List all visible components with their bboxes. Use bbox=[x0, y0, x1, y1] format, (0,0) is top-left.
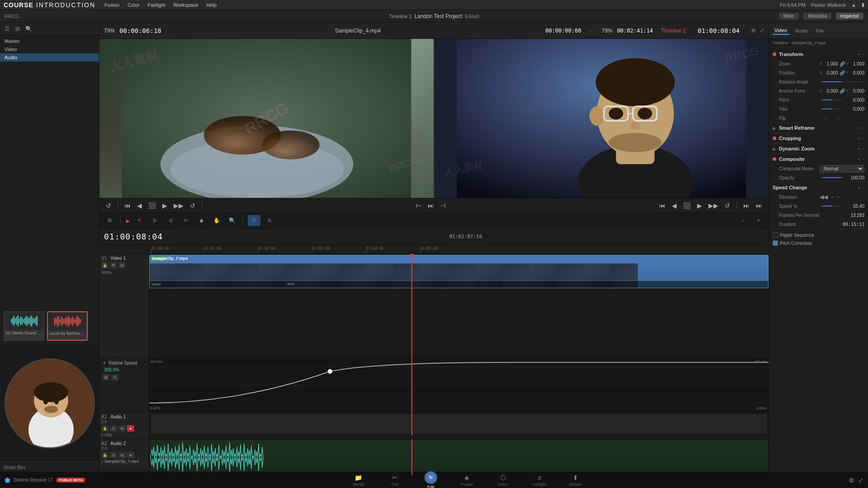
zoom-y-val[interactable]: 1.000 bbox=[853, 61, 864, 66]
mark-in[interactable]: ⊢ bbox=[414, 201, 423, 210]
prg-skip-back[interactable]: ⏮ bbox=[657, 201, 667, 210]
anc-y-val[interactable]: 0.000 bbox=[853, 89, 864, 94]
v1-track-body[interactable]: Change SampleClip_7.mp4 bbox=[149, 254, 769, 357]
timeline-settings-btn[interactable]: ⚙ bbox=[103, 215, 116, 226]
pitch-val[interactable]: 0.000 bbox=[844, 98, 865, 103]
a2-solo[interactable]: S bbox=[110, 452, 117, 458]
video-clip-main[interactable]: Change SampleClip_7.mp4 bbox=[149, 255, 769, 288]
nav-fusion[interactable]: ◈ Fusion bbox=[453, 474, 481, 487]
dz-header[interactable]: ▶ Dynamic Zoom + − bbox=[769, 144, 868, 154]
audio-tab[interactable]: Audio bbox=[793, 27, 810, 34]
nav-deliver[interactable]: ⬆ Deliver bbox=[562, 474, 589, 487]
expand-btn[interactable]: ⊞ bbox=[751, 28, 755, 33]
file-tab[interactable]: File bbox=[814, 27, 826, 34]
opacity-val[interactable]: 100.00 bbox=[844, 175, 865, 180]
zoom-tool[interactable]: 🔍 bbox=[226, 215, 238, 226]
opacity-slider[interactable] bbox=[821, 177, 842, 178]
transform-header[interactable]: Transform + − bbox=[769, 49, 868, 59]
pitch-checkbox[interactable] bbox=[773, 240, 778, 246]
video-track-toggle[interactable]: V bbox=[248, 215, 260, 226]
video-bin[interactable]: Video bbox=[0, 45, 99, 53]
search-icon[interactable]: 🔍 bbox=[24, 25, 33, 33]
prg-fwd-frame[interactable]: ▶▶ bbox=[707, 201, 720, 210]
flip-v-btn[interactable]: ↕ bbox=[832, 113, 845, 123]
flip-h-btn[interactable]: ↔ bbox=[820, 113, 832, 123]
metadata-btn[interactable]: Metadata bbox=[803, 13, 831, 19]
cropping-header[interactable]: Cropping + − bbox=[769, 133, 868, 143]
prg-loop[interactable]: ↺ bbox=[723, 201, 732, 210]
menu-fusion[interactable]: Fusion bbox=[104, 2, 119, 8]
yaw-val[interactable]: 0.000 bbox=[844, 107, 865, 112]
video-tab[interactable]: Video bbox=[773, 27, 789, 35]
a2-body[interactable] bbox=[149, 439, 769, 475]
media-clip-1[interactable]: 2D SloMo Sound E... bbox=[4, 311, 44, 341]
zoom-out-btn[interactable]: − bbox=[737, 215, 750, 226]
rotation-slider[interactable] bbox=[821, 81, 863, 82]
fps-val[interactable]: 13.283 bbox=[820, 213, 864, 218]
dir-var-btn[interactable]: ~ bbox=[837, 195, 840, 200]
dir-back-btn[interactable]: ◀◀ bbox=[820, 194, 828, 200]
ripple-checkbox[interactable] bbox=[773, 232, 778, 238]
menu-fairlight[interactable]: Fairlight bbox=[147, 2, 165, 8]
settings-icon[interactable]: ⚙ bbox=[849, 477, 854, 484]
master-bin[interactable]: Master bbox=[0, 37, 99, 45]
pos-x-val[interactable]: 0.000 bbox=[826, 70, 838, 75]
hand-tool[interactable]: ✋ bbox=[210, 215, 223, 226]
a1-solo[interactable]: S bbox=[110, 425, 117, 432]
nav-edit[interactable]: ✎ Edit bbox=[417, 471, 444, 488]
expand-icon[interactable]: ⤢ bbox=[858, 477, 863, 484]
yaw-slider[interactable] bbox=[821, 108, 842, 109]
speed-pct-slider[interactable] bbox=[821, 206, 842, 206]
speed-header[interactable]: Speed Change + − bbox=[769, 183, 868, 192]
smart-reframe-header[interactable]: ▶ Smart Reframe + − bbox=[769, 123, 868, 133]
src-fwd-frame[interactable]: ▶▶ bbox=[172, 201, 185, 210]
composite-header[interactable]: Composite + − bbox=[769, 154, 868, 164]
src-stop[interactable]: ⬛ bbox=[146, 201, 158, 210]
prg-back-frame[interactable]: ◀ bbox=[670, 201, 679, 210]
selection-tool[interactable]: ↖ bbox=[133, 215, 146, 226]
src-back-frame[interactable]: ◀ bbox=[135, 201, 144, 210]
a1-record[interactable]: ● bbox=[127, 425, 134, 432]
audio-track-toggle[interactable]: A bbox=[263, 215, 276, 226]
retime-edit-btn[interactable]: ✎ bbox=[111, 374, 118, 380]
src-play[interactable]: ▶ bbox=[160, 201, 169, 210]
grid-view-icon[interactable]: ⊞ bbox=[14, 25, 22, 33]
trim-tool[interactable]: ⊱ bbox=[149, 215, 161, 226]
prg-stop[interactable]: ⬛ bbox=[681, 201, 693, 210]
prg-play[interactable]: ▶ bbox=[695, 201, 704, 210]
zoom-in-btn[interactable]: + bbox=[752, 215, 765, 226]
mark-out[interactable]: ⊣ bbox=[439, 201, 448, 210]
prg-skip-fwd[interactable]: ⏭ bbox=[741, 201, 751, 210]
composite-mode-select[interactable]: Normal bbox=[820, 165, 864, 173]
menu-workspace[interactable]: Workspace bbox=[174, 2, 198, 8]
v1-vis[interactable]: 👁 bbox=[110, 262, 117, 268]
list-view-icon[interactable]: ☰ bbox=[3, 25, 11, 33]
blade-tool[interactable]: ✄ bbox=[179, 215, 192, 226]
marker-tool[interactable]: ◆ bbox=[195, 215, 208, 226]
src-loop[interactable]: ↺ bbox=[188, 201, 197, 210]
nav-color[interactable]: ⬡ Color bbox=[490, 474, 517, 487]
zoom-x-val[interactable]: 1.000 bbox=[826, 61, 838, 66]
skip-to-in[interactable]: ⏭ bbox=[426, 201, 436, 210]
v1-lock[interactable]: 🔒 bbox=[101, 262, 108, 268]
transport-loop-btn[interactable]: ↺ bbox=[104, 201, 113, 210]
menu-help[interactable]: Help bbox=[206, 2, 217, 8]
src-skip-back[interactable]: ⏮ bbox=[123, 201, 132, 210]
v1-mute[interactable]: M bbox=[118, 262, 126, 268]
fullscreen-btn[interactable]: ⤢ bbox=[760, 28, 764, 33]
a1-mute[interactable]: M bbox=[118, 425, 126, 432]
inspector-btn[interactable]: Inspector bbox=[836, 13, 863, 19]
media-clip-2[interactable]: Azure by Bythew... bbox=[47, 311, 88, 341]
dir-fwd-btn[interactable]: → bbox=[830, 194, 835, 200]
a1-lock[interactable]: 🔒 bbox=[101, 425, 108, 432]
nav-fairlight[interactable]: ♬ Fairlight bbox=[526, 474, 553, 487]
a2-mute[interactable]: M bbox=[118, 452, 126, 458]
menu-color[interactable]: Color bbox=[127, 2, 139, 8]
a1-body[interactable] bbox=[149, 413, 769, 435]
retime-expand-btn[interactable]: ⊞ bbox=[102, 374, 109, 380]
prg-rewind-end[interactable]: ⏭ bbox=[754, 201, 764, 210]
dur-val[interactable]: 00:15:11 bbox=[820, 222, 864, 227]
pos-y-val[interactable]: 0.000 bbox=[853, 70, 864, 75]
a2-record[interactable]: ● bbox=[127, 452, 134, 458]
dynamic-trim-tool[interactable]: ⊰ bbox=[164, 215, 177, 226]
